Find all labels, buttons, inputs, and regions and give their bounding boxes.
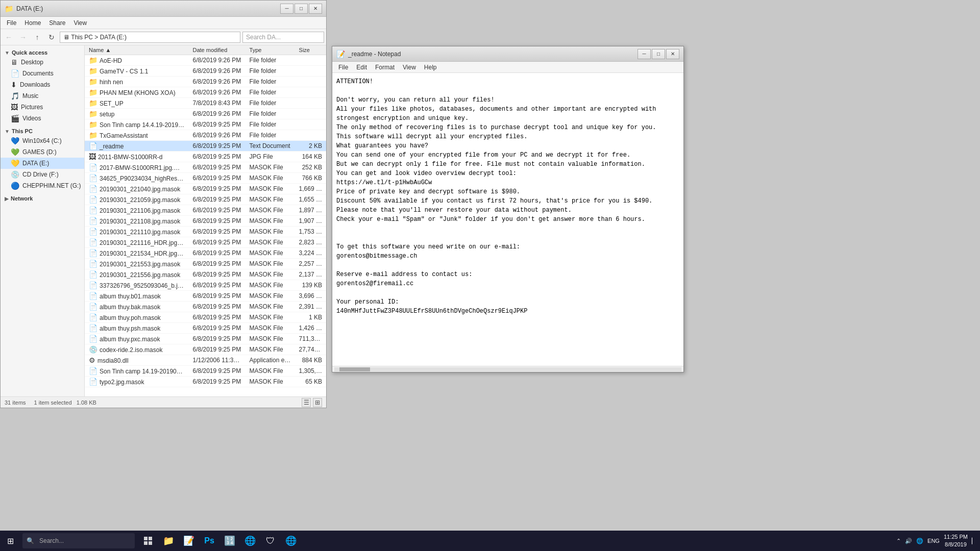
tray-language[interactable]: ENG: [927, 538, 940, 544]
file-name-cell: 📄album thuy.bak.masok: [85, 303, 188, 311]
sidebar-quickaccess-label: Quick access: [12, 49, 47, 56]
file-row[interactable]: 🖼2011-BMW-S1000RR-d 6/8/2019 9:25 PM JPG…: [85, 152, 326, 162]
refresh-button[interactable]: ↻: [45, 31, 58, 43]
file-row[interactable]: 📁Son Tinh camp 14.4.19-20190414T133738..…: [85, 119, 326, 130]
taskbar-file-explorer[interactable]: 📁: [159, 532, 178, 550]
notepad-scrollbar[interactable]: [332, 366, 683, 372]
explorer-menu-view[interactable]: View: [69, 18, 91, 28]
notepad-maximize-button[interactable]: □: [652, 49, 665, 59]
file-row[interactable]: 📄album thuy.b01.masok 6/8/2019 9:25 PM M…: [85, 291, 326, 302]
sidebar-item-c-drive[interactable]: 💙Win10x64 (C:): [1, 135, 84, 146]
file-row[interactable]: 📄20190301_221116_HDR.jpg.masok 6/8/2019 …: [85, 237, 326, 248]
sidebar-item-music[interactable]: 🎵Music: [1, 90, 84, 102]
file-row[interactable]: ⚙msdia80.dll 1/12/2006 11:37 PM Applicat…: [85, 355, 326, 366]
up-button[interactable]: ↑: [31, 31, 43, 43]
back-button[interactable]: ←: [3, 31, 15, 43]
explorer-menu-home[interactable]: Home: [20, 18, 45, 28]
taskbar-edge[interactable]: 🌐: [282, 532, 300, 550]
file-row[interactable]: 📄337326796_9525093046_b.jpg.masok 6/8/20…: [85, 280, 326, 291]
file-row[interactable]: 📁hinh nen 6/8/2019 9:26 PM File folder: [85, 77, 326, 87]
file-icon: 📁: [89, 78, 97, 86]
sidebar-item-g-drive[interactable]: 🔵CHEPPHIM.NET (G:): [1, 180, 84, 191]
file-row[interactable]: 📄20190301_221534_HDR.jpg.masok 6/8/2019 …: [85, 248, 326, 259]
file-date-cell: 6/8/2019 9:25 PM: [188, 185, 245, 192]
sidebar-item-d-drive[interactable]: 💚GAMES (D:): [1, 146, 84, 158]
explorer-minimize-button[interactable]: ─: [280, 4, 293, 14]
notepad-menu-file[interactable]: File: [334, 63, 352, 72]
taskbar-task-view[interactable]: [139, 532, 157, 550]
sidebar-header-network[interactable]: ▶ Network: [1, 193, 84, 203]
file-row[interactable]: 📄album thuy.pxc.masok 6/8/2019 9:25 PM M…: [85, 334, 326, 344]
col-header-name[interactable]: Name ▲: [85, 47, 188, 53]
explorer-menu-file[interactable]: File: [3, 18, 20, 28]
search-box[interactable]: Search DA...: [242, 32, 324, 43]
notepad-menu-view[interactable]: View: [399, 63, 420, 72]
col-header-size[interactable]: Size: [295, 47, 326, 53]
taskbar-security[interactable]: 🛡: [261, 532, 280, 550]
notepad-menu-format[interactable]: Format: [371, 63, 399, 72]
forward-button[interactable]: →: [17, 31, 29, 43]
address-path[interactable]: 🖥 This PC > DATA (E:): [60, 32, 240, 43]
taskbar-calc[interactable]: 🔢: [220, 532, 239, 550]
taskbar-search[interactable]: 🔍 Search...: [22, 533, 135, 548]
sidebar-item-pictures[interactable]: 🖼Pictures: [1, 102, 84, 113]
sidebar-item-videos[interactable]: 🎬Videos: [1, 113, 84, 124]
file-row[interactable]: 📄Son Tinh camp 14.19-20190414T133738... …: [85, 366, 326, 377]
tray-volume[interactable]: 🔊: [905, 538, 912, 544]
file-list: Name ▲ Date modified Type Size 📁AoE-HD 6…: [85, 45, 326, 396]
file-icon: 📄: [89, 195, 97, 204]
taskbar-clock[interactable]: 11:25 PM 8/8/2019: [944, 533, 968, 549]
notepad-scrollbar-thumb[interactable]: [339, 367, 370, 371]
explorer-maximize-button[interactable]: □: [295, 4, 308, 14]
start-button[interactable]: ⊞: [0, 531, 20, 551]
file-row[interactable]: 📄2017-BMW-S1000RR1.jpg.masok 6/8/2019 9:…: [85, 162, 326, 173]
taskbar-chrome[interactable]: 🌐: [241, 532, 259, 550]
file-row[interactable]: 📄20190301_221110.jpg.masok 6/8/2019 9:25…: [85, 227, 326, 237]
tray-chevron[interactable]: ⌃: [896, 538, 901, 544]
file-icon: 📁: [89, 88, 97, 96]
sidebar-item-desktop[interactable]: 🖥Desktop: [1, 57, 84, 68]
file-row[interactable]: 📄20190301_221040.jpg.masok 6/8/2019 9:25…: [85, 184, 326, 194]
file-row[interactable]: 📄album thuy.bak.masok 6/8/2019 9:25 PM M…: [85, 302, 326, 312]
explorer-menu-share[interactable]: Share: [45, 18, 69, 28]
taskbar-ps-icon[interactable]: Ps: [200, 532, 218, 550]
explorer-close-button[interactable]: ✕: [309, 4, 322, 14]
large-icon-view-button[interactable]: ⊞: [313, 398, 322, 407]
col-header-date[interactable]: Date modified: [188, 47, 245, 53]
file-row[interactable]: 📁PHAN MEM (KHONG XOA) 6/8/2019 9:26 PM F…: [85, 87, 326, 98]
file-row[interactable]: 📄album thuy.poh.masok 6/8/2019 9:25 PM M…: [85, 312, 326, 323]
col-header-type[interactable]: Type: [246, 47, 295, 53]
sidebar-header-quickaccess[interactable]: ▼ Quick access: [1, 47, 84, 57]
file-row[interactable]: 📄34625_P90234034_highRes_bmw-s-1000-r...…: [85, 173, 326, 184]
notepad-content[interactable]: ATTENTION! Don't worry, you can return a…: [332, 73, 683, 366]
file-row[interactable]: 📄20190301_221108.jpg.masok 6/8/2019 9:25…: [85, 216, 326, 227]
taskbar-notepad[interactable]: 📝: [180, 532, 198, 550]
file-row[interactable]: 📄20190301_221553.jpg.masok 6/8/2019 9:25…: [85, 259, 326, 269]
sidebar-header-thispc[interactable]: ▼ This PC: [1, 126, 84, 135]
file-row[interactable]: 📄album thuy.psh.masok 6/8/2019 9:25 PM M…: [85, 323, 326, 334]
notepad-minimize-button[interactable]: ─: [638, 49, 651, 59]
show-desktop-button[interactable]: ▏: [972, 538, 976, 544]
notepad-menu-edit[interactable]: Edit: [352, 63, 371, 72]
file-row[interactable]: 📁SET_UP 7/8/2019 8:43 PM File folder: [85, 98, 326, 109]
file-row[interactable]: 📄20190301_221556.jpg.masok 6/8/2019 9:25…: [85, 269, 326, 280]
file-row[interactable]: 📄_readme 6/8/2019 9:25 PM Text Document …: [85, 141, 326, 152]
notepad-menu-help[interactable]: Help: [420, 63, 441, 72]
file-row[interactable]: 📄20190301_221059.jpg.masok 6/8/2019 9:25…: [85, 194, 326, 205]
address-home-icon: 🖥: [63, 34, 69, 41]
file-row[interactable]: 📁GameTV - CS 1.1 6/8/2019 9:26 PM File f…: [85, 66, 326, 77]
sidebar-item-downloads[interactable]: ⬇Downloads: [1, 79, 84, 90]
file-type-cell: MASOK File: [246, 378, 295, 385]
tray-network[interactable]: 🌐: [916, 538, 923, 544]
notepad-close-button[interactable]: ✕: [666, 49, 679, 59]
file-row[interactable]: 💿codex-ride.2.iso.masok 6/8/2019 9:25 PM…: [85, 344, 326, 355]
file-row[interactable]: 📄typo2.jpg.masok 6/8/2019 9:25 PM MASOK …: [85, 377, 326, 387]
file-row[interactable]: 📁TxGameAssistant 6/8/2019 9:26 PM File f…: [85, 130, 326, 141]
sidebar-item-documents[interactable]: 📄Documents: [1, 68, 84, 79]
sidebar-item-e-drive[interactable]: 💛DATA (E:): [1, 158, 84, 169]
file-row[interactable]: 📁AoE-HD 6/8/2019 9:26 PM File folder: [85, 55, 326, 66]
sidebar-item-f-drive[interactable]: 💿CD Drive (F:): [1, 169, 84, 180]
detail-view-button[interactable]: ☰: [302, 398, 311, 407]
file-row[interactable]: 📄20190301_221106.jpg.masok 6/8/2019 9:25…: [85, 205, 326, 216]
file-row[interactable]: 📁setup 6/8/2019 9:26 PM File folder: [85, 109, 326, 119]
